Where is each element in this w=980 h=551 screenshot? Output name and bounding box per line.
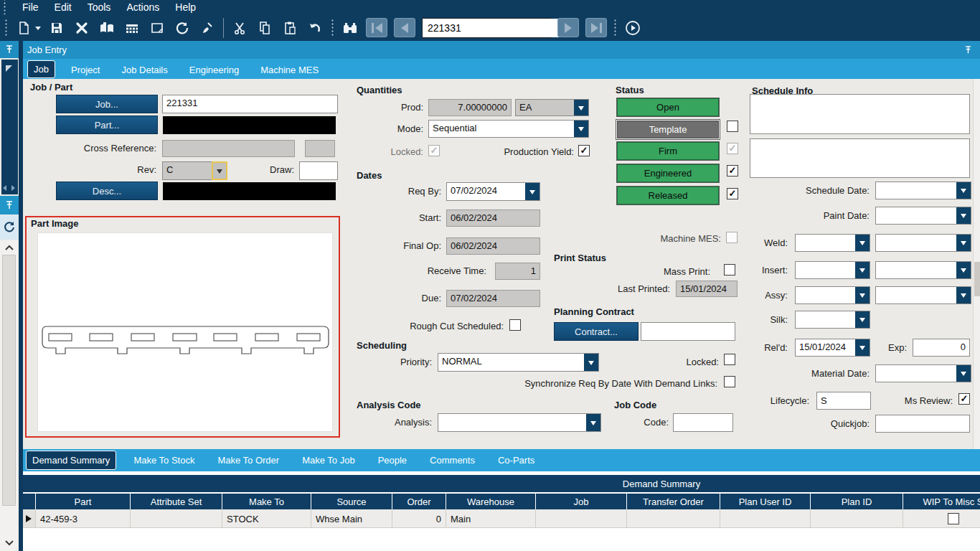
weld-select-2[interactable]	[875, 234, 971, 252]
desc-button[interactable]: Desc...	[56, 182, 158, 200]
insert-dropdown-icon[interactable]	[855, 262, 870, 278]
header-order[interactable]: Order	[392, 494, 446, 509]
production-yield-checkbox[interactable]	[578, 145, 590, 156]
silk-dropdown-icon[interactable]	[855, 311, 870, 328]
dock-left-arrow-icon[interactable]	[3, 185, 6, 191]
sched-locked-checkbox[interactable]	[724, 354, 735, 365]
status-template-button[interactable]: Template	[617, 121, 719, 138]
header-plan-user-id[interactable]: Plan User ID	[720, 494, 811, 509]
status-open-button[interactable]: Open	[617, 98, 719, 116]
assy-select-2[interactable]	[875, 286, 971, 304]
part-button[interactable]: Part...	[56, 116, 158, 134]
tab-job-details[interactable]: Job Details	[116, 60, 173, 79]
status-engineered-button[interactable]: Engineered	[617, 164, 719, 182]
weld-dropdown-icon[interactable]	[855, 235, 870, 251]
insert-select-1[interactable]	[795, 261, 870, 279]
copy-icon[interactable]	[255, 19, 274, 37]
req-by-dropdown-icon[interactable]	[525, 183, 540, 200]
tab-project[interactable]: Project	[65, 60, 105, 79]
sync-req-by-checkbox[interactable]	[724, 376, 735, 387]
description-field-redacted[interactable]	[163, 182, 336, 200]
mass-print-checkbox[interactable]	[724, 264, 735, 276]
status-released-button[interactable]: Released	[617, 187, 719, 204]
status-firm-button[interactable]: Firm	[617, 142, 719, 160]
schedule-date-select[interactable]	[875, 182, 971, 199]
find-binoculars-icon[interactable]	[341, 19, 359, 37]
refresh-icon[interactable]	[173, 19, 192, 37]
header-wip-to-misc[interactable]: WIP To Misc S	[903, 494, 980, 509]
dock-right-arrow-icon[interactable]	[11, 185, 15, 191]
schedule-note-1[interactable]	[750, 94, 970, 134]
next-record-button[interactable]	[557, 18, 579, 37]
toolbar-grip[interactable]	[613, 19, 617, 37]
rev-select[interactable]: C	[162, 161, 227, 180]
tab-make-to-order[interactable]: Make To Order	[212, 451, 285, 470]
weld2-dropdown-icon[interactable]	[956, 235, 971, 251]
table-row[interactable]: 42-459-3 STOCK Whse Main 0 Main	[23, 509, 980, 528]
job-button[interactable]: Job...	[56, 95, 158, 113]
assy2-dropdown-icon[interactable]	[956, 287, 971, 303]
tab-make-to-stock[interactable]: Make To Stock	[128, 451, 200, 470]
dock-pin-icon[interactable]	[0, 41, 19, 58]
tab-co-parts[interactable]: Co-Parts	[492, 451, 540, 470]
cut-icon[interactable]	[230, 19, 249, 37]
priority-dropdown-icon[interactable]	[584, 354, 598, 371]
row-selector-icon[interactable]	[23, 509, 36, 527]
save-icon[interactable]	[47, 19, 66, 37]
contract-button[interactable]: Contract...	[554, 322, 639, 341]
contract-field[interactable]	[641, 322, 735, 341]
reld-date-select[interactable]: 15/01/2024	[795, 339, 870, 357]
exp-field[interactable]: 0	[913, 339, 970, 357]
assy-dropdown-icon[interactable]	[855, 287, 870, 303]
wip-to-misc-checkbox[interactable]	[948, 513, 959, 524]
paint-date-dropdown-icon[interactable]	[956, 207, 971, 224]
tab-comments[interactable]: Comments	[424, 451, 481, 470]
part-number-field-redacted[interactable]	[163, 116, 336, 134]
uom-dropdown-icon[interactable]	[574, 100, 588, 116]
silk-select[interactable]	[795, 311, 870, 329]
menu-file[interactable]: File	[22, 1, 39, 13]
insert2-dropdown-icon[interactable]	[956, 262, 971, 278]
panel-pin-icon[interactable]	[961, 43, 974, 56]
note-icon[interactable]	[148, 19, 166, 37]
code-field[interactable]	[673, 413, 733, 432]
paint-date-select[interactable]	[875, 207, 971, 225]
left-scrollbar[interactable]	[0, 240, 19, 551]
tab-make-to-job[interactable]: Make To Job	[296, 451, 360, 470]
menu-tools[interactable]: Tools	[88, 1, 111, 13]
tab-demand-summary[interactable]: Demand Summary	[26, 451, 116, 470]
schedule-date-dropdown-icon[interactable]	[956, 182, 971, 199]
job-number-field[interactable]: 221331	[162, 95, 338, 113]
book-lookup-icon[interactable]	[98, 19, 116, 37]
paste-icon[interactable]	[281, 19, 299, 37]
analysis-select[interactable]	[438, 413, 601, 432]
new-document-icon[interactable]	[14, 19, 33, 37]
header-attribute-set[interactable]: Attribute Set	[131, 494, 222, 509]
collapse-arrow-icon[interactable]	[6, 65, 12, 72]
header-plan-id[interactable]: Plan ID	[811, 494, 903, 509]
right-scrollbar[interactable]	[973, 79, 980, 449]
last-record-button[interactable]	[585, 18, 607, 37]
header-source[interactable]: Source	[311, 494, 392, 509]
uom-select[interactable]: EA	[515, 99, 589, 116]
toolbar-grip[interactable]	[4, 19, 8, 37]
dock-sync-icon[interactable]	[0, 215, 19, 240]
draw-field[interactable]	[299, 161, 338, 180]
toolbar-grip[interactable]	[331, 19, 334, 37]
menu-actions[interactable]: Actions	[126, 1, 159, 13]
insert-select-2[interactable]	[875, 261, 971, 279]
run-icon[interactable]	[623, 19, 642, 37]
mode-select[interactable]: Sequential	[428, 120, 589, 138]
quickjob-field[interactable]	[875, 415, 970, 433]
tab-engineering[interactable]: Engineering	[184, 60, 245, 79]
previous-record-button[interactable]	[394, 18, 415, 37]
delete-icon[interactable]	[72, 19, 91, 37]
header-warehouse[interactable]: Warehouse	[446, 494, 536, 509]
material-date-select[interactable]	[875, 364, 971, 382]
undo-icon[interactable]	[306, 19, 324, 37]
schedule-note-2[interactable]	[750, 138, 970, 178]
rough-cut-checkbox[interactable]	[509, 319, 521, 331]
rev-dropdown-icon[interactable]	[212, 162, 227, 179]
new-dropdown-caret-icon[interactable]	[35, 27, 41, 33]
broom-icon[interactable]	[198, 19, 217, 37]
